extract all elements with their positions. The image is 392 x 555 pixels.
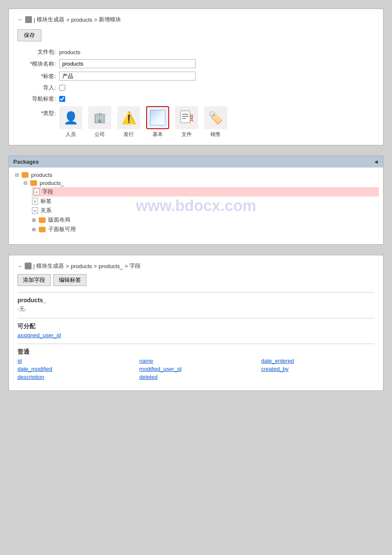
svg-rect-0 <box>181 111 190 123</box>
package-label: 文件包: <box>17 48 56 56</box>
edit-tag-button[interactable]: 编辑标签 <box>53 274 86 286</box>
type-basic-label: 基本 <box>153 131 163 138</box>
packages-header: Packages ◄ <box>9 156 383 168</box>
breadcrumb2-sep1: > <box>66 263 69 269</box>
nav-row: 导航标签: <box>17 95 375 103</box>
package-value: products <box>59 49 81 55</box>
tree-child-label: products_ <box>40 180 64 186</box>
tree-folder-subpanel[interactable]: ⊞ 子面板可用 <box>32 225 379 234</box>
type-sales[interactable]: 🏷️ 销售 <box>204 106 227 138</box>
package-row: 文件包: products <box>17 48 375 56</box>
doc-icon-relations: ≡ <box>32 207 38 214</box>
sales-icon: 🏷️ <box>208 111 223 125</box>
tree-folder-subpanel-label: 子面板可用 <box>48 225 76 233</box>
type-company-label: 公司 <box>95 131 105 138</box>
field-description-link[interactable]: description <box>17 374 131 380</box>
breadcrumb2-products_[interactable]: products_ <box>98 263 123 269</box>
doc-icon-fields: ≡ <box>34 188 40 195</box>
packages-collapse-icon[interactable]: ◄ <box>373 159 379 165</box>
type-company-box: 🏢 <box>88 106 111 129</box>
tree-child: ⊟ products_ <box>23 179 379 187</box>
home-icon <box>25 16 32 23</box>
field-name-link[interactable]: name <box>139 358 253 364</box>
type-sales-box: 🏷️ <box>204 106 227 129</box>
type-row: *类型: 👤 人员 🏢 公司 ⚠️ 发行 <box>17 106 375 138</box>
import-checkbox[interactable] <box>59 85 65 91</box>
field-id-link[interactable]: id <box>17 358 131 364</box>
field-date-entered-link[interactable]: date_entered <box>261 358 375 364</box>
person-icon: 👤 <box>63 111 78 125</box>
type-issue[interactable]: ⚠️ 发行 <box>117 106 140 138</box>
tree-item-fields[interactable]: ≡ 字段 <box>32 187 379 197</box>
normal-fields-grid: id name date_entered date_modified modif… <box>17 358 375 380</box>
tree-folder-subpanel-toggle[interactable]: ⊞ <box>32 227 37 232</box>
breadcrumb2-products[interactable]: products <box>71 263 92 269</box>
field-date-modified-link[interactable]: date_modified <box>17 366 131 372</box>
type-file-label: 文件 <box>182 131 192 138</box>
packages-title: Packages <box>13 159 39 165</box>
tree-root-toggle[interactable]: ⊟ <box>15 172 20 178</box>
tree-items-group: ≡ 字段 ≡ 标签 ≡ 关系 ⊞ 版面布局 <box>32 187 379 234</box>
tree-item-relations[interactable]: ≡ 关系 <box>32 206 379 215</box>
basic-icon <box>150 110 165 125</box>
import-label: 导入: <box>17 84 56 92</box>
tree-folder-layout[interactable]: ⊞ 版面布局 <box>32 215 379 225</box>
tree-root-row: ⊟ products ⊟ products_ ≡ 字段 ≡ <box>15 171 379 234</box>
tag-label: *标签: <box>17 72 56 80</box>
save-button[interactable]: 保存 <box>17 29 41 41</box>
nav-checkbox[interactable] <box>59 96 65 102</box>
breadcrumb2-home[interactable]: 模块生成器 <box>36 262 64 270</box>
breadcrumb-products[interactable]: products <box>71 17 92 23</box>
type-sales-label: 销售 <box>210 131 221 138</box>
doc-icon-tags: ≡ <box>32 198 38 205</box>
no-fields-text: -无- <box>17 305 375 313</box>
field-created-by-link[interactable]: created_by <box>261 366 375 372</box>
breadcrumb-1: ← | 模块生成器 > products > 新增模块 <box>17 16 375 23</box>
type-basic[interactable]: 基本 <box>146 106 169 138</box>
field-modified-user-id-link[interactable]: modified_user_id <box>139 366 253 372</box>
type-file[interactable]: A B 文件 <box>175 106 198 138</box>
breadcrumb2-sep3: > <box>125 263 128 269</box>
breadcrumb-2: ← | 模块生成器 > products > products_ > 字段 <box>17 262 375 270</box>
tree-root: ⊟ products <box>15 171 379 179</box>
packages-body: www.bdocx.com ⊟ products ⊟ products_ ≡ <box>9 168 383 244</box>
type-person-label: 人员 <box>66 131 76 138</box>
tree-item-tags[interactable]: ≡ 标签 <box>32 197 379 206</box>
breadcrumb-current: 新增模块 <box>99 16 121 23</box>
breadcrumb2-separator: | <box>33 263 35 269</box>
tree-root-label: products <box>31 172 52 178</box>
assignable-title: 可分配 <box>17 323 375 330</box>
tree-child-group: ⊟ products_ ≡ 字段 ≡ 标签 ≡ <box>23 179 379 234</box>
module-name-title: products_ <box>17 297 375 304</box>
back-arrow-icon[interactable]: ← <box>17 16 23 23</box>
assignable-fields: assigned_user_id <box>17 332 375 338</box>
back-arrow-2-icon[interactable]: ← <box>17 263 23 269</box>
add-field-button[interactable]: 添加字段 <box>17 274 51 286</box>
type-company[interactable]: 🏢 公司 <box>88 106 111 138</box>
module-name-input[interactable] <box>59 59 196 68</box>
file-icon: A B <box>179 110 194 125</box>
tree-folder-layout-label: 版面布局 <box>48 216 70 224</box>
module-creator-panel: ← | 模块生成器 > products > 新增模块 保存 文件包: prod… <box>9 9 383 145</box>
module-name-row: *模块名称: <box>17 59 375 68</box>
packages-panel: Packages ◄ www.bdocx.com ⊟ products ⊟ pr… <box>9 156 383 245</box>
tree-folder-layout-toggle[interactable]: ⊞ <box>32 217 37 223</box>
breadcrumb2-current: 字段 <box>130 262 141 270</box>
breadcrumb-separator: | <box>34 17 35 23</box>
divider-2 <box>17 344 375 344</box>
breadcrumb-home[interactable]: 模块生成器 <box>37 16 64 23</box>
tree-child-toggle[interactable]: ⊟ <box>23 180 29 186</box>
svg-text:B: B <box>190 114 193 120</box>
type-icons-container: 👤 人员 🏢 公司 ⚠️ 发行 <box>59 106 227 138</box>
assigned-user-id-link[interactable]: assigned_user_id <box>17 332 61 338</box>
fields-panel: ← | 模块生成器 > products > products_ > 字段 添加… <box>9 255 383 391</box>
type-basic-box <box>146 106 169 129</box>
tag-input[interactable] <box>59 72 196 81</box>
type-file-box: A B <box>175 106 198 129</box>
normal-title: 普通 <box>17 348 375 356</box>
divider-1 <box>17 318 375 318</box>
action-buttons: 添加字段 编辑标签 <box>17 274 375 286</box>
type-person[interactable]: 👤 人员 <box>59 106 82 138</box>
field-deleted-link[interactable]: deleted <box>139 374 253 380</box>
breadcrumb2-sep2: > <box>94 263 97 269</box>
